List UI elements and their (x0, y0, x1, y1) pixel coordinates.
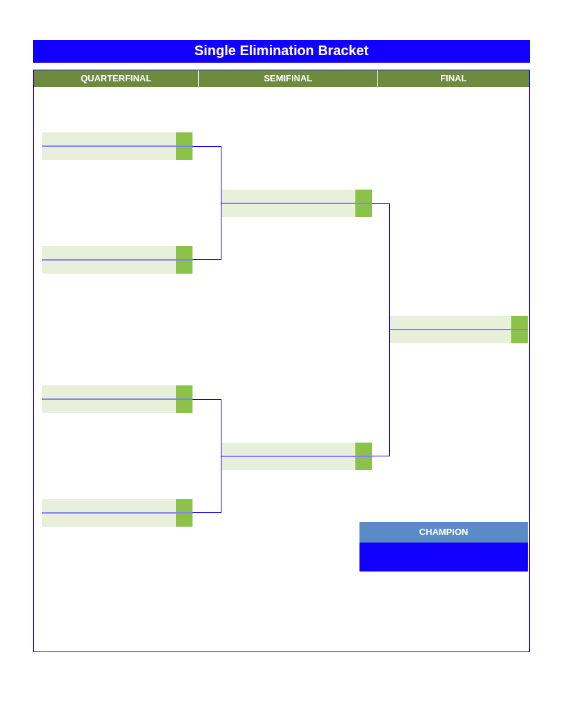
sf1-midline (221, 203, 372, 204)
connector (192, 146, 221, 260)
champion-label: CHAMPION (359, 522, 528, 543)
match-sf2 (221, 443, 372, 470)
round-header-semifinal: SEMIFINAL (199, 70, 377, 87)
round-header-quarterfinal: QUARTERFINAL (34, 70, 199, 87)
match-qf2 (42, 246, 192, 274)
qf3-team2-slot[interactable] (42, 400, 192, 413)
final-team2-slot[interactable] (390, 330, 528, 343)
qf1-midline (42, 146, 192, 147)
qf2-midline (42, 260, 192, 261)
champion-name[interactable] (359, 543, 528, 572)
round-header-final: FINAL (378, 70, 529, 87)
qf1-score1[interactable] (176, 132, 192, 145)
sf1-score1[interactable] (355, 190, 372, 203)
sf1-team2-slot[interactable] (221, 204, 372, 217)
qf4-midline (42, 513, 192, 514)
match-qf4 (42, 499, 192, 527)
bracket-frame: QUARTERFINAL SEMIFINAL FINAL (33, 70, 530, 652)
qf3-midline (42, 399, 192, 400)
champion-box: CHAMPION (359, 522, 528, 572)
qf4-team1-slot[interactable] (42, 499, 192, 512)
qf4-score1[interactable] (176, 499, 192, 512)
sf2-midline (221, 456, 372, 457)
qf1-team1-slot[interactable] (42, 132, 192, 145)
qf1-team2-slot[interactable] (42, 147, 192, 160)
sf1-score2[interactable] (355, 204, 372, 217)
bracket-document: Single Elimination Bracket QUARTERFINAL … (33, 40, 530, 652)
qf2-team1-slot[interactable] (42, 246, 192, 259)
match-qf3 (42, 385, 192, 413)
sf2-score1[interactable] (355, 443, 372, 456)
match-qf1 (42, 132, 192, 160)
sf1-team1-slot[interactable] (221, 190, 372, 203)
sf2-team2-slot[interactable] (221, 457, 372, 470)
connector (192, 399, 221, 513)
match-final (390, 316, 528, 343)
qf2-score1[interactable] (176, 246, 192, 259)
match-sf1 (221, 190, 372, 217)
qf2-score2[interactable] (176, 261, 192, 274)
rounds-header: QUARTERFINAL SEMIFINAL FINAL (34, 70, 529, 87)
qf3-team1-slot[interactable] (42, 385, 192, 398)
qf2-team2-slot[interactable] (42, 261, 192, 274)
sf2-score2[interactable] (355, 457, 372, 470)
final-team1-slot[interactable] (390, 316, 528, 329)
page-title: Single Elimination Bracket (33, 40, 530, 63)
qf4-score2[interactable] (176, 514, 192, 527)
qf3-score2[interactable] (176, 400, 192, 413)
connector (372, 203, 390, 456)
bracket-arena: CHAMPION (34, 87, 529, 651)
qf3-score1[interactable] (176, 385, 192, 398)
qf4-team2-slot[interactable] (42, 514, 192, 527)
final-score2[interactable] (511, 330, 528, 343)
sf2-team1-slot[interactable] (221, 443, 372, 456)
qf1-score2[interactable] (176, 147, 192, 160)
final-midline (390, 330, 528, 330)
final-score1[interactable] (511, 316, 528, 329)
